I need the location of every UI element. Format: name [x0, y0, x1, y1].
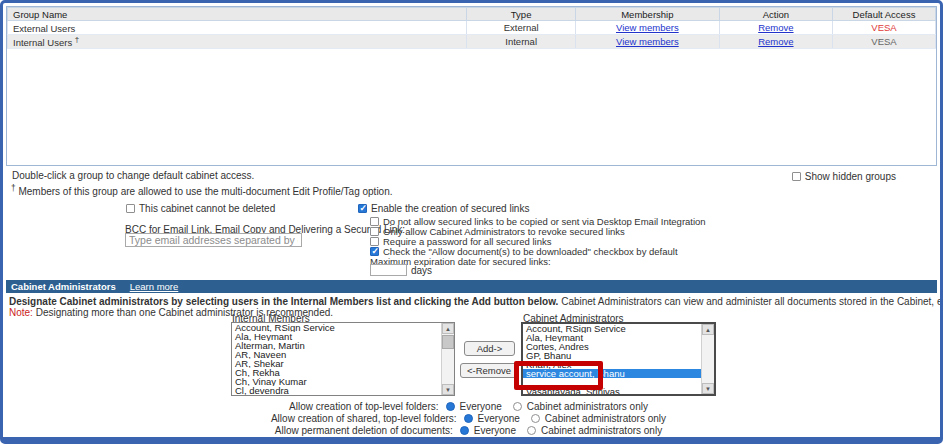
list-item[interactable]: Account, RSign Service [523, 324, 701, 333]
list-item[interactable]: Ala, Heymant [232, 332, 441, 341]
admin-description: Designate Cabinet administrators by sele… [9, 296, 943, 307]
view-members-link[interactable]: View members [616, 22, 679, 33]
max-expiration-days-input[interactable] [370, 264, 407, 276]
list-item-selected[interactable]: service account, Bhanu [523, 369, 714, 378]
list-item[interactable]: Cortes, Andres [523, 342, 701, 351]
scrollbar[interactable]: ▲ ▼ [701, 324, 714, 394]
remove-button[interactable]: <-Remove [460, 363, 518, 378]
column-header-action: Action [719, 8, 832, 21]
scrollbar-thumb[interactable] [442, 335, 454, 349]
group-name-cell: Internal Users † [8, 35, 467, 49]
group-name-cell: External Users [8, 21, 467, 35]
enable-secured-links-checkbox[interactable] [358, 204, 367, 213]
column-header-group-name: Group Name [8, 8, 467, 21]
shared-folders-everyone-radio[interactable] [464, 414, 473, 423]
no-copy-secured-links-checkbox[interactable] [370, 217, 379, 226]
list-item[interactable]: AR, Naveen [232, 350, 441, 359]
table-row-external-users[interactable]: External Users External View members Rem… [8, 21, 936, 35]
scroll-up-icon[interactable]: ▲ [442, 323, 454, 334]
column-header-membership: Membership [575, 8, 719, 21]
enable-secured-links-label: Enable the creation of secured links [371, 203, 529, 214]
list-item[interactable]: Vasantavada, Srinivas [523, 387, 701, 396]
learn-more-link[interactable]: Learn more [130, 281, 179, 292]
remove-group-link[interactable]: Remove [758, 22, 793, 33]
radio-option-label: Everyone [474, 425, 516, 436]
default-access-cell: VESA [832, 35, 935, 49]
bcc-email-input[interactable] [125, 233, 302, 247]
add-button[interactable]: Add-> [464, 341, 515, 356]
scroll-down-icon[interactable]: ▼ [702, 383, 714, 394]
groups-panel: Group Name Type Membership Action Defaul… [6, 6, 937, 166]
top-level-folders-label: Allow creation of top-level folders: [289, 401, 439, 412]
group-type-cell: Internal [467, 35, 576, 49]
page-frame: Group Name Type Membership Action Defaul… [0, 0, 943, 444]
shared-folders-admins-radio[interactable] [531, 414, 540, 423]
list-item[interactable] [523, 378, 701, 387]
list-item[interactable]: Ch, Vinay Kumar [232, 377, 441, 386]
list-item[interactable]: Account, RSign Service [232, 323, 441, 332]
show-hidden-groups-checkbox[interactable] [792, 172, 801, 181]
column-header-default-access: Default Access [832, 8, 935, 21]
scrollbar[interactable]: ▲ ▼ [441, 323, 454, 395]
radio-option-label: Everyone [478, 413, 520, 424]
view-members-link[interactable]: View members [616, 36, 679, 47]
double-click-note: Double-click a group to change default c… [12, 170, 254, 181]
list-item[interactable]: Alterman, Martin [232, 341, 441, 350]
radio-option-label: Cabinet administrators only [527, 401, 648, 412]
cabinet-administrators-listbox[interactable]: Account, RSign Service Ala, Heymant Cort… [521, 322, 716, 396]
group-type-cell: External [467, 21, 576, 35]
list-item[interactable]: Khan, Alex [523, 360, 701, 369]
radio-option-label: Everyone [460, 401, 502, 412]
list-item[interactable]: GP, Bhanu [523, 351, 701, 360]
select-groups-download-link[interactable]: Select groups allowed to use the multi-d… [325, 436, 618, 444]
permanent-deletion-label: Allow permanent deletion of documents: [275, 425, 453, 436]
dagger-note: † Members of this group are allowed to u… [11, 183, 393, 197]
radio-option-label: Cabinet administrators only [541, 425, 662, 436]
scroll-down-icon[interactable]: ▼ [442, 384, 454, 395]
cabinet-administrators-section-bar: Cabinet Administrators Learn more [6, 280, 937, 293]
top-level-folders-admins-radio[interactable] [513, 402, 522, 411]
groups-table: Group Name Type Membership Action Defaul… [7, 7, 936, 49]
allow-download-default-checkbox[interactable] [370, 247, 379, 256]
admins-revoke-links-checkbox[interactable] [370, 227, 379, 236]
column-header-type: Type [467, 8, 576, 21]
scroll-up-icon[interactable]: ▲ [702, 324, 714, 335]
list-item[interactable]: Ch, Rekha [232, 368, 441, 377]
internal-members-listbox[interactable]: Account, RSign Service Ala, Heymant Alte… [231, 322, 455, 396]
days-label: days [411, 265, 432, 276]
default-access-cell: VESA [832, 21, 935, 35]
groups-table-header-row: Group Name Type Membership Action Defaul… [8, 8, 936, 21]
radio-option-label: Cabinet administrators only [545, 413, 666, 424]
shared-folders-label: Allow creation of shared, top-level fold… [271, 413, 457, 424]
permanent-deletion-admins-radio[interactable] [527, 426, 536, 435]
list-item[interactable]: Cl, devendra [232, 386, 441, 395]
list-item[interactable]: Ala, Heymant [523, 333, 701, 342]
show-hidden-groups-label: Show hidden groups [805, 171, 896, 182]
list-item[interactable]: AR, Shekar [232, 359, 441, 368]
top-level-folders-everyone-radio[interactable] [446, 402, 455, 411]
table-row-internal-users[interactable]: Internal Users † Internal View members R… [8, 35, 936, 49]
cannot-delete-checkbox[interactable] [126, 204, 135, 213]
section-title: Cabinet Administrators [11, 281, 116, 292]
cannot-delete-label: This cabinet cannot be deleted [139, 203, 275, 214]
permanent-deletion-everyone-radio[interactable] [460, 426, 469, 435]
remove-group-link[interactable]: Remove [758, 36, 793, 47]
